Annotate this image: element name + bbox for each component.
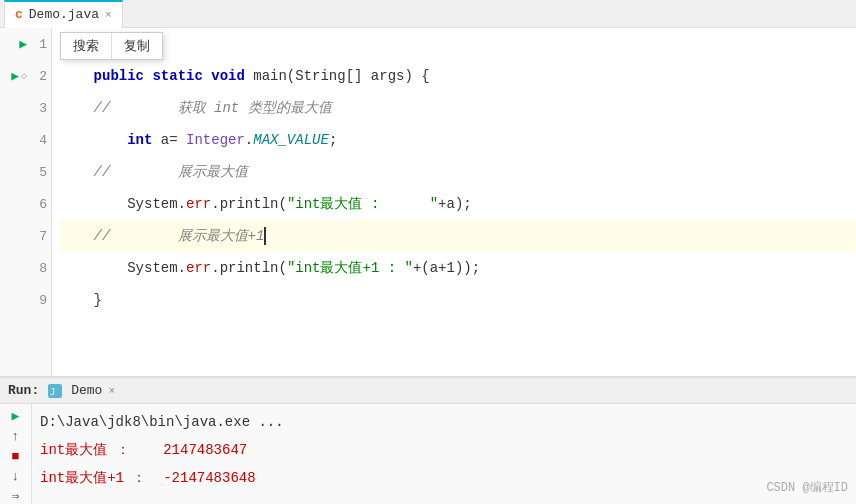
run-tab-name: Demo	[71, 383, 102, 398]
code-line-6: System. err .println( "int最大值 : " +a);	[60, 188, 856, 220]
output-path-text: D:\Java\jdk8\bin\java.exe ...	[40, 414, 284, 430]
keyword-int: int	[60, 124, 161, 156]
code-line-4: int a= Integer . MAX_VALUE ;	[60, 124, 856, 156]
keyword-void: void	[211, 60, 253, 92]
code-str-6: "int最大值 : "	[287, 188, 438, 220]
cursor	[264, 227, 266, 245]
gutter-row-5: 5	[0, 156, 51, 188]
line-num-7: 7	[29, 229, 47, 244]
run-tab-close[interactable]: ×	[108, 385, 115, 397]
code-println-8: .println(	[211, 252, 287, 284]
gutter-row-6: 6	[0, 188, 51, 220]
run-indicator-2: ▶	[11, 68, 19, 84]
keyword-static: static	[152, 60, 211, 92]
class-integer: Integer	[186, 124, 245, 156]
tab-bar: c Demo.java ×	[0, 0, 856, 28]
line-num-9: 9	[29, 293, 47, 308]
watermark: CSDN @编程ID	[766, 479, 848, 496]
line-num-2: 2	[29, 69, 47, 84]
code-line-9: }	[60, 284, 856, 316]
line-num-4: 4	[29, 133, 47, 148]
tab-filename: Demo.java	[29, 7, 99, 22]
context-menu-copy[interactable]: 复制	[112, 33, 162, 59]
code-line-1: class Demo {	[60, 28, 856, 60]
demo-java-tab[interactable]: c Demo.java ×	[4, 0, 123, 28]
code-content[interactable]: class Demo { public static void main(Str…	[52, 28, 856, 376]
code-line-8: System. err .println( "int最大值+1 : " +(a+…	[60, 252, 856, 284]
run-stop-button[interactable]: ■	[5, 448, 27, 464]
output-line-1: D:\Java\jdk8\bin\java.exe ...	[40, 408, 848, 436]
output-line-3: int最大值+1 ： -2147483648	[40, 464, 848, 492]
output-line-2: int最大值 ： 2147483647	[40, 436, 848, 464]
gutter-row-7: 7	[0, 220, 51, 252]
context-menu: 搜索 复制	[60, 32, 163, 60]
run-content-area: ▶ ↑ ■ ↓ ⇒ D:\Java\jdk8\bin\java.exe ... …	[0, 404, 856, 504]
code-editor: ▶ 1 ▶ ◇ 2 3 4 5 6	[0, 28, 856, 376]
code-line-5: // 展示最大值	[60, 156, 856, 188]
line-num-6: 6	[29, 197, 47, 212]
code-err-8: err	[186, 252, 211, 284]
run-tab-bar: Run: J Demo ×	[0, 378, 856, 404]
run-tab-icon: J	[45, 381, 65, 401]
run-label: Run:	[8, 383, 39, 398]
code-arg-8: +(a+1));	[413, 252, 480, 284]
gutter-row-2: ▶ ◇ 2	[0, 60, 51, 92]
code-dot: .	[245, 124, 253, 156]
code-line-7: // 展示最大值+1	[60, 220, 856, 252]
run-output: D:\Java\jdk8\bin\java.exe ... int最大值 ： 2…	[32, 404, 856, 504]
comment-5: // 展示最大值	[60, 156, 248, 188]
code-close-brace: }	[60, 284, 102, 316]
code-system-8: System.	[60, 252, 186, 284]
gutter-row-4: 4	[0, 124, 51, 156]
code-str-8: "int最大值+1 : "	[287, 252, 413, 284]
run-toolbar: ▶ ↑ ■ ↓ ⇒	[0, 404, 32, 504]
output-value-1: int最大值 ： 2147483647	[40, 441, 247, 459]
run-panel: Run: J Demo × ▶ ↑ ■ ↓ ⇒ D:\Java\jdk8\bin…	[0, 376, 856, 504]
run-scroll-down-button[interactable]: ↓	[5, 468, 27, 484]
gutter-row-3: 3	[0, 92, 51, 124]
java-file-icon: c	[15, 7, 23, 22]
code-println-6: .println(	[211, 188, 287, 220]
context-menu-search[interactable]: 搜索	[61, 33, 112, 59]
line-num-1: 1	[29, 37, 47, 52]
line-num-8: 8	[29, 261, 47, 276]
run-scroll-up-button[interactable]: ↑	[5, 428, 27, 444]
code-line-3: // 获取 int 类型的最大值	[60, 92, 856, 124]
breakpoint-2[interactable]: ◇	[21, 70, 27, 82]
comment-7: // 展示最大值+1	[60, 220, 264, 252]
code-line-2: public static void main(String[] args) {	[60, 60, 856, 92]
code-text-4a: a=	[161, 124, 186, 156]
gutter-row-8: 8	[0, 252, 51, 284]
gutter-row-1: ▶ 1	[0, 28, 51, 60]
code-main: main(String[] args) {	[253, 60, 429, 92]
tab-close-button[interactable]: ×	[105, 9, 112, 21]
output-value-2: int最大值+1 ： -2147483648	[40, 469, 256, 487]
code-semicolon: ;	[329, 124, 337, 156]
code-err-6: err	[186, 188, 211, 220]
run-redirect-button[interactable]: ⇒	[5, 488, 27, 504]
code-system-6: System.	[60, 188, 186, 220]
line-num-3: 3	[29, 101, 47, 116]
line-num-5: 5	[29, 165, 47, 180]
svg-text:J: J	[50, 387, 55, 397]
run-play-button[interactable]: ▶	[5, 408, 27, 424]
gutter-row-9: 9	[0, 284, 51, 316]
comment-3: // 获取 int 类型的最大值	[60, 92, 332, 124]
code-arg-6: +a);	[438, 188, 472, 220]
field-max-value: MAX_VALUE	[253, 124, 329, 156]
keyword-public: public	[60, 60, 152, 92]
run-indicator-1: ▶	[19, 36, 27, 52]
line-number-gutter: ▶ 1 ▶ ◇ 2 3 4 5 6	[0, 28, 52, 376]
